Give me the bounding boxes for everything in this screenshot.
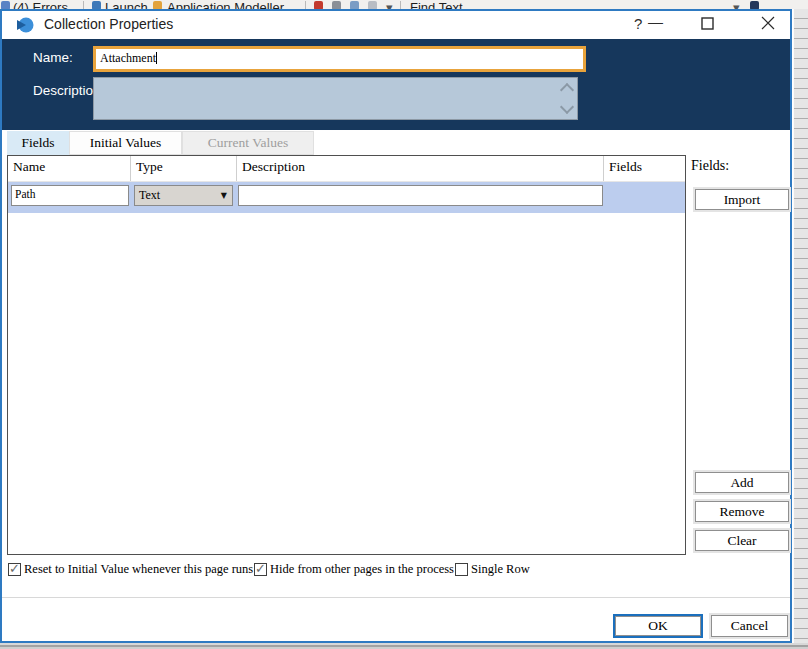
row-name-input[interactable]: Path [11, 185, 129, 206]
footer-divider [2, 597, 790, 598]
checkbox-hide-from-other-pages[interactable]: ✓ Hide from other pages in the process [254, 562, 454, 577]
tab-current-values[interactable]: Current Values [182, 131, 314, 155]
toolbar-errors-label[interactable]: (4) Errors [13, 0, 68, 9]
checkbox-icon[interactable]: ✓ [254, 563, 267, 576]
minimize-button[interactable]: — [648, 13, 663, 30]
flag-icon[interactable] [314, 1, 323, 9]
title-bar[interactable]: Collection Properties ? — [2, 11, 790, 39]
toolbar-launch-label[interactable]: Launch [105, 0, 148, 9]
help-button[interactable]: ? [634, 15, 642, 32]
cancel-button[interactable]: Cancel [711, 615, 788, 637]
checkbox-single-row[interactable]: Single Row [455, 562, 530, 577]
screen: (4) Errors Launch Application Modeller ▾… [0, 0, 808, 649]
binoculars-icon[interactable] [332, 1, 341, 9]
table-header-row: Name Type Description Fields [8, 156, 685, 182]
row-type-dropdown[interactable]: Text ▼ [134, 185, 233, 206]
collection-properties-dialog: Collection Properties ? — Name: Attachme… [0, 9, 792, 643]
tab-fields[interactable]: Fields [7, 131, 69, 155]
blue-prism-icon [16, 16, 34, 34]
check-icon: ✓ [9, 561, 20, 576]
add-button[interactable]: Add [695, 472, 789, 493]
options-row: ✓ Reset to Initial Value whenever this p… [2, 560, 790, 584]
background-right-strip [793, 9, 808, 649]
checkbox-icon[interactable] [455, 563, 468, 576]
fields-panel-label: Fields: [691, 158, 729, 174]
row-description-input[interactable] [238, 185, 603, 206]
launch-icon [92, 1, 101, 9]
properties-header: Name: Attachment Description: [2, 39, 790, 130]
tab-bar: Fields Initial Values Current Values [7, 131, 314, 155]
description-input[interactable] [93, 77, 578, 120]
toolbar-app-modeller-label[interactable]: Application Modeller [167, 0, 284, 9]
toolbar-dropdown-caret[interactable]: ▾ [386, 0, 393, 9]
fields-table: Name Type Description Fields Path Text ▼ [7, 155, 686, 555]
clear-button[interactable]: Clear [695, 530, 789, 551]
import-button[interactable]: Import [695, 189, 789, 210]
checkbox-label: Hide from other pages in the process [270, 562, 454, 577]
tab-initial-values[interactable]: Initial Values [69, 131, 182, 155]
row-type-value: Text [139, 188, 160, 203]
toolbar-find-text-label[interactable]: Find Text [410, 0, 463, 9]
close-button[interactable] [761, 16, 775, 30]
checkbox-label: Reset to Initial Value whenever this pag… [24, 562, 253, 577]
column-header-name: Name [8, 156, 131, 181]
checkbox-icon[interactable]: ✓ [8, 563, 21, 576]
maximize-button[interactable] [701, 17, 714, 30]
remove-button[interactable]: Remove [695, 501, 789, 522]
column-header-description: Description [237, 156, 604, 181]
column-header-fields: Fields [604, 156, 685, 181]
window-title: Collection Properties [44, 16, 173, 32]
background-bottom-strip [0, 643, 808, 649]
checkbox-label: Single Row [471, 562, 530, 577]
find-dropdown-caret[interactable]: ▾ [733, 0, 740, 9]
background-toolbar-fragment: (4) Errors Launch Application Modeller ▾… [0, 0, 808, 9]
check-icon: ✓ [255, 561, 266, 576]
grid-icon[interactable] [350, 1, 359, 9]
application-modeller-icon [153, 1, 162, 9]
search-binoculars-icon[interactable] [750, 1, 759, 9]
toolbar-separator [83, 1, 84, 9]
ok-button[interactable]: OK [613, 614, 703, 638]
window-icon[interactable] [368, 1, 377, 9]
text-cursor [156, 52, 157, 64]
checkbox-reset-initial-value[interactable]: ✓ Reset to Initial Value whenever this p… [8, 562, 253, 577]
table-row[interactable]: Path Text ▼ [8, 182, 685, 213]
name-label: Name: [33, 50, 73, 65]
errors-icon [1, 1, 10, 9]
toolbar-separator [400, 1, 401, 9]
toolbar-separator [305, 1, 306, 9]
name-value: Attachment [100, 51, 156, 65]
column-header-type: Type [131, 156, 237, 181]
scroll-down-icon[interactable] [560, 100, 574, 114]
name-input[interactable]: Attachment [93, 46, 586, 72]
dropdown-arrow-icon: ▼ [221, 191, 227, 200]
scroll-up-icon[interactable] [560, 83, 574, 97]
